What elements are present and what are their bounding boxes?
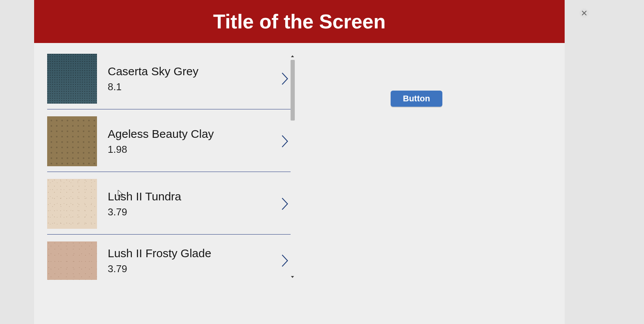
list-item[interactable]: Lush II Frosty Glade 3.79: [47, 235, 291, 295]
screen-title: Title of the Screen: [213, 10, 386, 33]
list-item-text: Lush II Frosty Glade 3.79: [108, 247, 280, 275]
list-item-value: 8.1: [108, 81, 280, 93]
list-item-name: Lush II Tundra: [108, 190, 280, 203]
product-list-pane: Caserta Sky Grey 8.1 Ageless Beauty Clay…: [34, 43, 295, 324]
scroll-up-icon[interactable]: [291, 55, 294, 57]
scroll-down-icon[interactable]: [291, 276, 294, 278]
swatch-thumbnail: [47, 179, 97, 229]
list-item-text: Ageless Beauty Clay 1.98: [108, 127, 280, 155]
screen-panel: Title of the Screen Caserta Sky Grey 8.1: [34, 0, 565, 324]
list-item-text: Caserta Sky Grey 8.1: [108, 65, 280, 93]
screen-body: Caserta Sky Grey 8.1 Ageless Beauty Clay…: [34, 43, 565, 324]
list-item-value: 1.98: [108, 144, 280, 155]
swatch-thumbnail: [47, 54, 97, 104]
list-item[interactable]: Lush II Tundra 3.79: [47, 172, 291, 235]
chevron-right-icon[interactable]: [280, 132, 291, 150]
list-item-name: Ageless Beauty Clay: [108, 127, 280, 141]
product-list: Caserta Sky Grey 8.1 Ageless Beauty Clay…: [47, 54, 291, 295]
swatch-thumbnail: [47, 116, 97, 166]
screen-header: Title of the Screen: [34, 0, 565, 43]
list-item-text: Lush II Tundra 3.79: [108, 190, 280, 218]
chevron-right-icon[interactable]: [280, 195, 291, 213]
detail-pane: Button: [295, 43, 565, 324]
swatch-thumbnail: [47, 241, 97, 280]
list-item[interactable]: Caserta Sky Grey 8.1: [47, 54, 291, 109]
primary-button[interactable]: Button: [391, 91, 442, 107]
scroll-thumb[interactable]: [291, 60, 295, 121]
close-button[interactable]: [580, 8, 589, 18]
list-item-name: Lush II Frosty Glade: [108, 247, 280, 260]
list-item[interactable]: Ageless Beauty Clay 1.98: [47, 109, 291, 172]
list-item-value: 3.79: [108, 263, 280, 275]
chevron-right-icon[interactable]: [280, 69, 291, 88]
list-item-name: Caserta Sky Grey: [108, 65, 280, 78]
chevron-right-icon[interactable]: [280, 251, 291, 270]
close-icon: [582, 11, 586, 15]
list-item-value: 3.79: [108, 206, 280, 218]
